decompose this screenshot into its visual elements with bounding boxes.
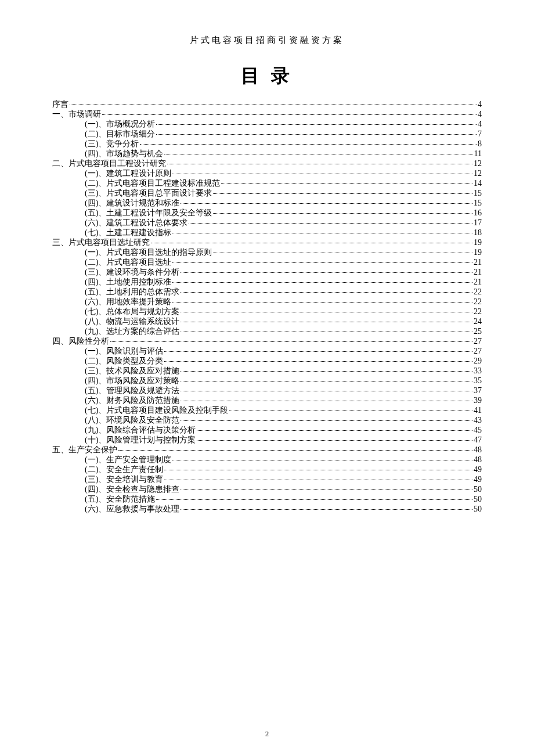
toc-entry[interactable]: (七)、土建工程建设指标18 [52, 228, 482, 237]
toc-entry-page: 8 [478, 140, 482, 148]
toc-entry-label: (一)、市场概况分析 [85, 120, 155, 128]
toc-entry[interactable]: (三)、建设环境与条件分析21 [52, 267, 482, 277]
toc-entry[interactable]: (十)、风险管理计划与控制方案47 [52, 435, 482, 445]
toc-leader-dots [172, 460, 472, 460]
toc-leader-dots [70, 105, 477, 105]
toc-entry-page: 43 [474, 416, 482, 424]
toc-leader-dots [151, 243, 472, 243]
toc-entry-page: 12 [474, 160, 482, 168]
toc-entry[interactable]: (二)、片式电容项目选址21 [52, 257, 482, 267]
toc-entry[interactable]: (七)、总体布局与规划方案22 [52, 307, 482, 316]
toc-entry[interactable]: (二)、风险类型及分类29 [52, 356, 482, 366]
toc-entry-page: 15 [474, 189, 482, 197]
toc-entry[interactable]: (四)、安全检查与隐患排查50 [52, 484, 482, 494]
toc-entry-label: (三)、竞争分析 [85, 140, 139, 148]
toc-leader-dots [110, 341, 472, 342]
toc-entry[interactable]: (九)、选址方案的综合评估25 [52, 326, 482, 336]
toc-leader-dots [221, 183, 472, 184]
toc-entry[interactable]: (三)、技术风险及应对措施33 [52, 366, 482, 376]
toc-entry-page: 47 [474, 436, 482, 444]
toc-entry[interactable]: (二)、目标市场细分7 [52, 129, 482, 139]
toc-entry[interactable]: (一)、生产安全管理制度48 [52, 455, 482, 465]
toc-entry-page: 19 [474, 239, 482, 247]
toc-entry-page: 37 [474, 387, 482, 395]
toc-entry[interactable]: (一)、市场概况分析4 [52, 119, 482, 129]
toc-entry[interactable]: (一)、风险识别与评估27 [52, 346, 482, 356]
toc-entry-page: 39 [474, 397, 482, 405]
toc-entry[interactable]: 序言4 [52, 99, 482, 109]
toc-entry[interactable]: (六)、建筑工程设计总体要求17 [52, 218, 482, 228]
toc-entry-page: 41 [474, 406, 482, 415]
toc-entry[interactable]: (一)、建筑工程设计原则12 [52, 168, 482, 178]
toc-entry[interactable]: (三)、片式电容项目总平面设计要求15 [52, 188, 482, 198]
toc-entry[interactable]: (二)、安全生产责任制49 [52, 465, 482, 474]
toc-leader-dots [197, 440, 472, 441]
toc-entry[interactable]: 一、市场调研4 [52, 109, 482, 119]
toc-entry-page: 22 [474, 298, 482, 306]
toc-entry[interactable]: (一)、片式电容项目选址的指导原则19 [52, 247, 482, 257]
toc-entry[interactable]: (三)、安全培训与教育49 [52, 474, 482, 484]
toc-leader-dots [164, 154, 472, 154]
toc-entry-label: (九)、选址方案的综合评估 [85, 327, 179, 336]
toc-leader-dots [156, 134, 477, 135]
toc-entry-label: (二)、片式电容项目工程建设标准规范 [85, 179, 220, 188]
toc-leader-dots [181, 272, 472, 273]
toc-leader-dots [181, 509, 472, 510]
toc-leader-dots [181, 371, 472, 372]
toc-entry-page: 49 [474, 476, 482, 484]
toc-entry[interactable]: (四)、土地使用控制标准21 [52, 277, 482, 287]
toc-entry[interactable]: (九)、风险综合评估与决策分析45 [52, 425, 482, 435]
toc-entry[interactable]: (六)、财务风险及防范措施39 [52, 395, 482, 405]
toc-leader-dots [181, 312, 472, 312]
toc-leader-dots [181, 203, 472, 204]
toc-entry-label: (三)、技术风险及应对措施 [85, 367, 179, 375]
toc-entry-label: 五、生产安全保护 [52, 446, 117, 454]
toc-entry-page: 18 [474, 229, 482, 237]
toc-entry[interactable]: (四)、市场风险及应对策略35 [52, 376, 482, 386]
toc-entry-page: 22 [474, 288, 482, 296]
toc-entry-label: (七)、土建工程建设指标 [85, 229, 171, 237]
toc-entry-page: 7 [478, 130, 482, 138]
toc-entry-label: (二)、目标市场细分 [85, 130, 155, 138]
toc-entry[interactable]: (五)、安全防范措施50 [52, 494, 482, 504]
toc-entry[interactable]: (八)、环境风险及安全防范43 [52, 415, 482, 425]
toc-entry-page: 12 [474, 170, 482, 178]
toc-entry-label: (六)、财务风险及防范措施 [85, 397, 179, 405]
toc-entry-page: 24 [474, 318, 482, 326]
toc-leader-dots [172, 282, 472, 283]
toc-entry[interactable]: 三、片式电容项目选址研究19 [52, 237, 482, 247]
toc-entry-page: 21 [474, 258, 482, 267]
toc-entry[interactable]: (三)、竞争分析8 [52, 139, 482, 149]
toc-entry[interactable]: 二、片式电容项目工程设计研究12 [52, 159, 482, 168]
toc-entry[interactable]: (四)、市场趋势与机会11 [52, 149, 482, 159]
toc-entry[interactable]: (八)、物流与运输系统设计24 [52, 316, 482, 326]
toc-entry[interactable]: (七)、片式电容项目建设风险及控制手段41 [52, 405, 482, 415]
toc-entry-label: 一、市场调研 [52, 110, 101, 118]
toc-entry[interactable]: 五、生产安全保护48 [52, 445, 482, 455]
toc-entry-label: (三)、建设环境与条件分析 [85, 268, 179, 276]
toc-entry[interactable]: (五)、土地利用的总体需求22 [52, 287, 482, 297]
toc-leader-dots [164, 351, 472, 352]
toc-entry-page: 49 [474, 466, 482, 474]
toc-entry-label: 二、片式电容项目工程设计研究 [52, 160, 166, 168]
toc-entry[interactable]: (四)、建筑设计规范和标准15 [52, 198, 482, 208]
toc-entry-label: (五)、土地利用的总体需求 [85, 288, 179, 296]
toc-entry-page: 27 [474, 347, 482, 355]
toc-entry-page: 48 [474, 446, 482, 454]
toc-entry-page: 16 [474, 209, 482, 217]
toc-entry-page: 4 [478, 100, 482, 109]
toc-entry-label: (三)、片式电容项目总平面设计要求 [85, 189, 212, 197]
toc-entry[interactable]: (五)、管理风险及规避方法37 [52, 386, 482, 395]
toc-entry[interactable]: (六)、应急救援与事故处理50 [52, 504, 482, 514]
toc-leader-dots [181, 420, 472, 421]
toc-entry-page: 50 [474, 485, 482, 494]
toc-leader-dots [172, 262, 472, 263]
toc-leader-dots [172, 174, 472, 174]
toc-entry-page: 4 [478, 120, 482, 128]
toc-entry[interactable]: (五)、土建工程设计年限及安全等级16 [52, 208, 482, 218]
toc-entry[interactable]: (二)、片式电容项目工程建设标准规范14 [52, 178, 482, 188]
document-header: 片式电容项目招商引资融资方案 [52, 35, 482, 46]
toc-entry[interactable]: 四、风险性分析27 [52, 336, 482, 346]
toc-leader-dots [197, 430, 472, 431]
toc-entry[interactable]: (六)、用地效率提升策略22 [52, 297, 482, 307]
